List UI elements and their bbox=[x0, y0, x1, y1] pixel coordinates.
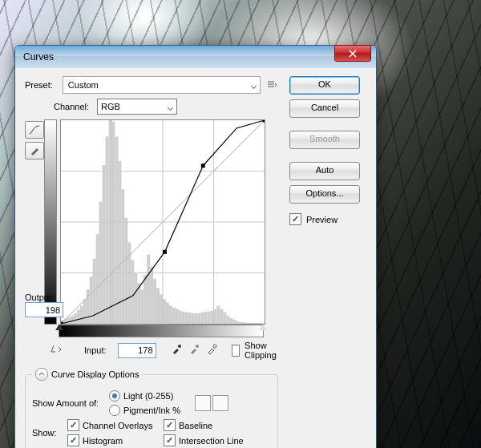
svg-rect-61 bbox=[255, 323, 258, 324]
titlebar[interactable]: Curves bbox=[15, 46, 376, 68]
show-amount-label: Show Amount of: bbox=[32, 398, 109, 408]
output-label: Output: bbox=[25, 293, 62, 302]
ok-button[interactable]: OK bbox=[289, 76, 360, 95]
svg-rect-17 bbox=[115, 136, 118, 324]
curve-tool-icon bbox=[29, 125, 40, 135]
svg-rect-53 bbox=[229, 318, 232, 324]
histogram-checkbox[interactable] bbox=[67, 434, 79, 446]
grid-fine-button[interactable] bbox=[212, 395, 228, 411]
white-eyedropper[interactable] bbox=[206, 344, 219, 357]
curve-tool-button[interactable] bbox=[25, 121, 44, 139]
eyedropper-icon bbox=[188, 344, 200, 355]
preset-menu-button[interactable] bbox=[265, 79, 278, 91]
curve-display-options-group: Curve Display Options Show Amount of: Li… bbox=[25, 368, 278, 448]
close-button[interactable] bbox=[334, 45, 371, 62]
svg-rect-25 bbox=[140, 289, 143, 324]
pigment-radio[interactable] bbox=[109, 405, 120, 416]
svg-rect-60 bbox=[252, 323, 255, 324]
chevron-down-icon bbox=[168, 104, 173, 110]
svg-rect-12 bbox=[99, 202, 103, 324]
options-button[interactable]: Options... bbox=[289, 185, 360, 204]
preview-checkbox[interactable] bbox=[289, 213, 301, 225]
svg-rect-40 bbox=[188, 313, 192, 324]
svg-rect-23 bbox=[134, 273, 137, 324]
intersection-label: Intersection Line bbox=[179, 436, 244, 446]
channel-label: Channel: bbox=[54, 102, 89, 111]
chevron-down-icon bbox=[251, 83, 257, 88]
close-icon bbox=[349, 50, 357, 58]
svg-rect-39 bbox=[185, 313, 188, 324]
svg-rect-36 bbox=[176, 309, 179, 324]
svg-rect-46 bbox=[208, 312, 211, 324]
svg-rect-43 bbox=[198, 313, 201, 324]
svg-rect-35 bbox=[172, 308, 176, 324]
svg-rect-33 bbox=[166, 303, 169, 324]
svg-rect-29 bbox=[153, 279, 156, 324]
preset-value: Custom bbox=[68, 80, 99, 90]
auto-button[interactable]: Auto bbox=[289, 162, 360, 180]
pencil-tool-button[interactable] bbox=[25, 142, 44, 159]
svg-rect-18 bbox=[118, 161, 121, 324]
svg-rect-57 bbox=[242, 322, 245, 324]
adjust-icon bbox=[49, 342, 63, 357]
gray-eyedropper[interactable] bbox=[188, 344, 201, 357]
smooth-button[interactable]: Smooth bbox=[289, 131, 360, 149]
svg-rect-3 bbox=[71, 316, 74, 324]
svg-rect-20 bbox=[124, 218, 127, 324]
collapse-button[interactable] bbox=[35, 368, 48, 381]
svg-rect-73 bbox=[201, 163, 205, 167]
white-point-slider[interactable] bbox=[259, 324, 267, 330]
hand-tool-button[interactable] bbox=[49, 342, 63, 358]
baseline-checkbox[interactable] bbox=[164, 419, 176, 431]
show-label: Show: bbox=[32, 428, 67, 438]
svg-rect-54 bbox=[232, 320, 236, 324]
show-clipping-label: Show Clipping bbox=[245, 341, 281, 360]
svg-rect-30 bbox=[156, 288, 160, 324]
channel-select[interactable]: RGB bbox=[97, 99, 177, 115]
svg-rect-28 bbox=[150, 267, 153, 324]
svg-rect-58 bbox=[245, 323, 249, 324]
svg-rect-7 bbox=[83, 300, 87, 324]
svg-rect-56 bbox=[239, 322, 242, 324]
light-label: Light (0-255) bbox=[123, 391, 173, 401]
input-gradient[interactable] bbox=[59, 325, 264, 337]
show-clipping-checkbox[interactable] bbox=[232, 345, 240, 357]
cancel-button[interactable]: Cancel bbox=[289, 99, 360, 118]
svg-point-77 bbox=[213, 345, 216, 348]
preset-select[interactable]: Custom bbox=[63, 76, 261, 94]
input-value-field[interactable] bbox=[118, 343, 156, 358]
pencil-icon bbox=[30, 146, 39, 155]
svg-rect-27 bbox=[147, 255, 150, 324]
eyedropper-icon bbox=[206, 344, 217, 355]
svg-rect-22 bbox=[131, 260, 134, 324]
svg-rect-16 bbox=[112, 122, 115, 324]
svg-rect-4 bbox=[74, 313, 77, 324]
curves-svg bbox=[61, 120, 265, 324]
svg-rect-55 bbox=[236, 321, 239, 324]
svg-rect-8 bbox=[87, 289, 90, 324]
channel-overlays-checkbox[interactable] bbox=[67, 419, 79, 431]
black-point-slider[interactable] bbox=[55, 324, 63, 330]
chevron-up-icon bbox=[38, 371, 45, 377]
svg-rect-51 bbox=[223, 313, 226, 324]
black-eyedropper[interactable] bbox=[171, 344, 184, 357]
light-radio[interactable] bbox=[109, 390, 120, 402]
svg-rect-41 bbox=[192, 313, 195, 324]
svg-rect-19 bbox=[121, 189, 124, 324]
curves-graph[interactable] bbox=[60, 119, 265, 325]
menu-icon bbox=[266, 79, 277, 91]
svg-rect-2 bbox=[67, 317, 71, 324]
channel-overlays-label: Channel Overlays bbox=[83, 421, 152, 430]
svg-rect-14 bbox=[106, 136, 109, 324]
grid-coarse-button[interactable] bbox=[195, 395, 211, 411]
svg-rect-45 bbox=[204, 312, 208, 324]
intersection-checkbox[interactable] bbox=[164, 434, 176, 446]
input-label: Input: bbox=[84, 345, 107, 355]
window-title: Curves bbox=[23, 51, 334, 63]
svg-rect-59 bbox=[249, 323, 252, 324]
svg-rect-37 bbox=[179, 311, 182, 324]
curve-display-legend: Curve Display Options bbox=[51, 369, 139, 379]
svg-rect-31 bbox=[160, 294, 163, 324]
output-value-field[interactable] bbox=[25, 302, 63, 317]
svg-rect-34 bbox=[169, 306, 172, 324]
